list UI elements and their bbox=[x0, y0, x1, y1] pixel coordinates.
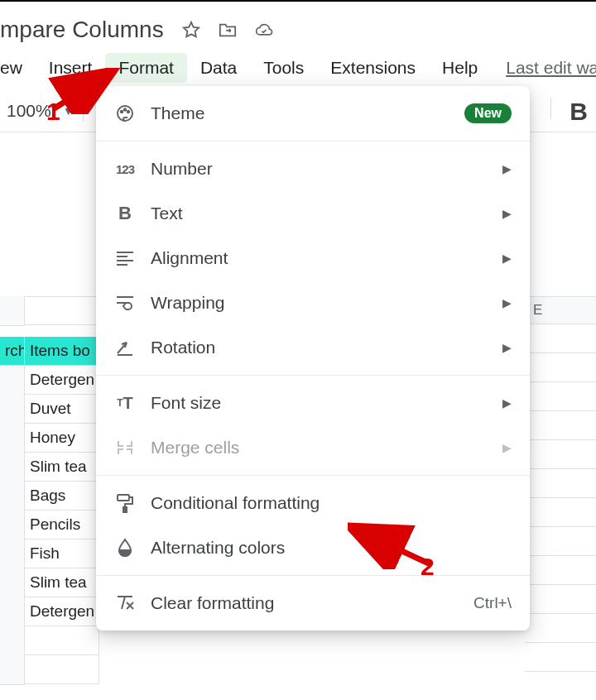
rotation-icon bbox=[114, 337, 136, 358]
cell[interactable]: Slim tea bbox=[25, 568, 99, 597]
cell[interactable] bbox=[525, 556, 596, 585]
row-header[interactable] bbox=[0, 296, 25, 326]
chevron-right-icon: ▶ bbox=[502, 341, 512, 354]
cell[interactable]: Pencils bbox=[25, 511, 99, 539]
annotation-number-1: 1 bbox=[46, 98, 60, 126]
table-header[interactable]: Items bo bbox=[25, 337, 99, 366]
cell[interactable] bbox=[25, 296, 99, 325]
svg-line-20 bbox=[356, 530, 430, 564]
droplet-icon bbox=[114, 537, 136, 559]
format-menu-dropdown: Theme New 123 Number ▶ B Text ▶ Alignmen… bbox=[96, 86, 530, 630]
cell[interactable]: Duvet bbox=[25, 395, 99, 424]
bold-button[interactable]: B bbox=[570, 98, 588, 126]
cell[interactable] bbox=[525, 498, 596, 527]
chevron-right-icon: ▶ bbox=[502, 296, 512, 309]
cell[interactable]: Fish bbox=[25, 539, 99, 568]
chevron-right-icon: ▶ bbox=[502, 396, 512, 410]
menu-merge-cells: Merge cells ▶ bbox=[96, 425, 530, 470]
column-header-e[interactable]: E bbox=[525, 296, 596, 324]
cell[interactable]: Slim tea bbox=[25, 453, 99, 482]
cell[interactable]: Detergen bbox=[25, 597, 99, 626]
svg-rect-12 bbox=[123, 507, 127, 512]
shortcut-label: Ctrl+\ bbox=[473, 594, 512, 612]
menu-font-size-label: Font size bbox=[151, 393, 502, 413]
cell[interactable] bbox=[525, 382, 596, 411]
wrap-icon bbox=[114, 292, 136, 314]
menu-theme-label: Theme bbox=[151, 103, 464, 123]
cell[interactable] bbox=[525, 585, 596, 614]
menu-text[interactable]: B Text ▶ bbox=[96, 191, 530, 236]
chevron-right-icon: ▶ bbox=[502, 162, 512, 175]
cell[interactable] bbox=[525, 527, 596, 556]
row-header[interactable] bbox=[0, 597, 25, 627]
menu-data[interactable]: Data bbox=[187, 53, 250, 83]
svg-point-3 bbox=[124, 108, 126, 110]
menu-rotation[interactable]: Rotation ▶ bbox=[96, 325, 530, 370]
cell[interactable] bbox=[25, 626, 99, 655]
menu-view[interactable]: ew bbox=[0, 53, 36, 83]
menu-font-size[interactable]: TT Font size ▶ bbox=[96, 381, 530, 425]
last-edit-link[interactable]: Last edit wa bbox=[506, 58, 596, 78]
menu-alignment-label: Alignment bbox=[151, 248, 502, 268]
move-folder-icon[interactable] bbox=[219, 21, 237, 39]
menu-help[interactable]: Help bbox=[429, 53, 491, 83]
menu-alignment[interactable]: Alignment ▶ bbox=[96, 236, 530, 280]
menu-theme[interactable]: Theme New bbox=[96, 91, 530, 136]
table-header[interactable]: rch. bbox=[0, 337, 25, 366]
svg-marker-0 bbox=[183, 22, 198, 36]
menu-clear-formatting[interactable]: Clear formatting Ctrl+\ bbox=[96, 581, 530, 626]
menu-conditional-formatting[interactable]: Conditional formatting bbox=[96, 481, 530, 525]
cell[interactable] bbox=[525, 614, 596, 643]
menu-extensions[interactable]: Extensions bbox=[317, 53, 429, 83]
star-icon[interactable] bbox=[182, 21, 200, 39]
merge-icon bbox=[114, 437, 136, 458]
menu-wrapping-label: Wrapping bbox=[151, 293, 502, 313]
chevron-right-icon: ▶ bbox=[502, 207, 512, 220]
menu-number[interactable]: 123 Number ▶ bbox=[96, 146, 530, 191]
annotation-number-2: 2 bbox=[421, 553, 435, 581]
svg-point-4 bbox=[127, 111, 129, 113]
clear-format-icon bbox=[114, 592, 136, 614]
row-header[interactable] bbox=[0, 395, 25, 424]
menu-rotation-label: Rotation bbox=[151, 338, 502, 357]
row-header[interactable] bbox=[0, 568, 25, 598]
row-header[interactable] bbox=[0, 655, 25, 685]
cell[interactable] bbox=[525, 411, 596, 440]
paint-roller-icon bbox=[114, 492, 136, 514]
menu-clear-label: Clear formatting bbox=[151, 593, 473, 613]
cell[interactable]: Detergen bbox=[25, 366, 99, 395]
row-header[interactable] bbox=[0, 539, 25, 569]
cloud-saved-icon[interactable] bbox=[255, 21, 273, 39]
new-badge: New bbox=[464, 103, 512, 123]
bold-icon: B bbox=[114, 203, 136, 224]
document-title[interactable]: mpare Columns bbox=[0, 17, 164, 43]
cell[interactable] bbox=[525, 353, 596, 382]
row-header[interactable] bbox=[0, 626, 25, 656]
row-header[interactable] bbox=[0, 366, 25, 396]
svg-rect-11 bbox=[118, 495, 129, 501]
menu-wrapping[interactable]: Wrapping ▶ bbox=[96, 280, 530, 325]
menu-number-label: Number bbox=[151, 159, 502, 179]
cell[interactable] bbox=[525, 324, 596, 353]
menu-alternating-label: Alternating colors bbox=[151, 538, 512, 558]
row-header[interactable] bbox=[0, 511, 25, 540]
row-header[interactable] bbox=[0, 453, 25, 482]
align-left-icon bbox=[114, 247, 136, 269]
cell[interactable] bbox=[525, 440, 596, 469]
cell[interactable] bbox=[525, 672, 596, 700]
cell[interactable] bbox=[25, 655, 99, 684]
chevron-right-icon: ▶ bbox=[502, 252, 512, 265]
menu-tools[interactable]: Tools bbox=[250, 53, 317, 83]
menu-alternating-colors[interactable]: Alternating colors bbox=[96, 525, 530, 570]
menu-merge-label: Merge cells bbox=[151, 438, 502, 458]
number-icon: 123 bbox=[114, 158, 136, 180]
menu-text-label: Text bbox=[151, 204, 502, 223]
cell[interactable]: Bags bbox=[25, 482, 99, 511]
row-header[interactable] bbox=[0, 482, 25, 511]
cell[interactable] bbox=[525, 643, 596, 672]
cell[interactable] bbox=[525, 469, 596, 498]
cell[interactable]: Honey bbox=[25, 424, 99, 453]
chevron-right-icon: ▶ bbox=[502, 441, 512, 454]
font-size-icon: TT bbox=[114, 392, 136, 414]
row-header[interactable] bbox=[0, 424, 25, 453]
